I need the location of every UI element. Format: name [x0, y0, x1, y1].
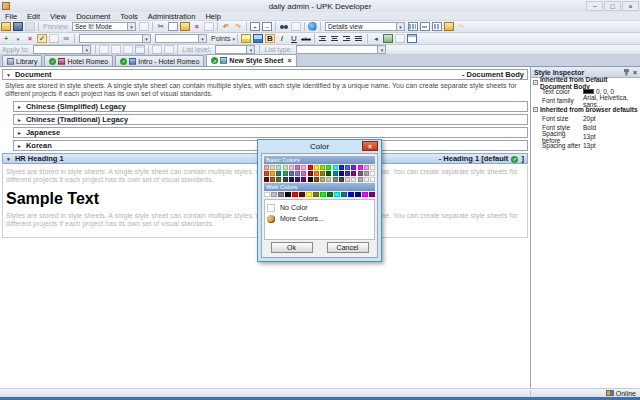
font-name-select[interactable]: ▾	[79, 34, 151, 43]
find-icon[interactable]	[279, 22, 289, 31]
table-icon[interactable]	[407, 34, 417, 43]
property-row-font-size[interactable]: Font size 20pt	[531, 114, 640, 123]
color-swatch[interactable]	[339, 171, 344, 176]
points-select[interactable]: Points	[211, 35, 230, 42]
strikethrough-button[interactable]: abc	[301, 34, 311, 43]
tab-close-icon[interactable]: ×	[287, 57, 291, 64]
paste-icon[interactable]	[180, 22, 190, 31]
color-swatch[interactable]	[320, 192, 326, 197]
color-swatch[interactable]	[314, 171, 319, 176]
color-swatch[interactable]	[301, 165, 306, 170]
menu-file[interactable]: File	[0, 12, 22, 21]
property-row-spacing-before[interactable]: Spacing before 13pt	[531, 132, 640, 141]
list-type-select[interactable]: ▾	[296, 45, 386, 54]
color-swatch[interactable]	[364, 165, 369, 170]
pin-icon[interactable]	[624, 69, 629, 76]
color-swatch[interactable]	[270, 171, 275, 176]
menu-document[interactable]: Document	[71, 12, 115, 21]
collapse-arrow-icon[interactable]: ▼	[6, 72, 11, 78]
menu-view[interactable]: View	[45, 12, 71, 21]
add-style-dropdown-icon[interactable]: ▾	[13, 34, 23, 43]
color-swatch[interactable]	[369, 192, 375, 197]
cancel-button[interactable]: Cancel	[327, 242, 369, 253]
color-swatch[interactable]	[358, 171, 363, 176]
color-swatch[interactable]	[278, 192, 284, 197]
menu-administration[interactable]: Administration	[143, 12, 201, 21]
help-icon[interactable]	[308, 22, 317, 31]
color-swatch[interactable]	[292, 192, 298, 197]
collapse-box-icon[interactable]: −	[533, 80, 538, 85]
redo-icon[interactable]: ↷	[233, 22, 243, 31]
color-swatch[interactable]	[370, 171, 375, 176]
color-swatch[interactable]	[301, 177, 306, 182]
color-swatch[interactable]	[326, 165, 331, 170]
color-swatch[interactable]	[320, 171, 325, 176]
inspector-group-2[interactable]: − Inherited from browser defaults	[531, 105, 640, 114]
text-color-icon[interactable]	[253, 34, 263, 43]
color-swatch[interactable]	[270, 165, 275, 170]
color-swatch[interactable]	[351, 171, 356, 176]
delete-icon[interactable]: ×	[192, 22, 202, 31]
apply-check-icon[interactable]: ✓	[37, 34, 47, 43]
inspector-group-1[interactable]: − Inherited from Default Document Body	[531, 78, 640, 87]
color-swatch[interactable]	[313, 192, 319, 197]
font-size-select[interactable]: ▾	[155, 34, 207, 43]
tab-hotel-romeo[interactable]: ✓ Hotel Romeo	[44, 55, 113, 66]
color-swatch[interactable]	[264, 177, 269, 182]
align-center-icon[interactable]	[330, 34, 340, 43]
menu-help[interactable]: Help	[200, 12, 225, 21]
color-swatch[interactable]	[276, 165, 281, 170]
italic-button[interactable]: I	[277, 34, 287, 43]
color-swatch[interactable]	[326, 171, 331, 176]
color-swatch[interactable]	[308, 171, 313, 176]
collapse-box-icon[interactable]: −	[533, 107, 538, 112]
list-level-select[interactable]: ▾	[215, 45, 255, 54]
expand-arrow-icon[interactable]: ►	[17, 130, 22, 136]
color-swatch[interactable]	[308, 165, 313, 170]
color-swatch[interactable]	[333, 177, 338, 182]
sound-icon[interactable]	[371, 34, 381, 43]
color-swatch[interactable]	[326, 177, 331, 182]
image-icon[interactable]	[383, 34, 393, 43]
color-swatch[interactable]	[327, 192, 333, 197]
inspector-close-icon[interactable]: ×	[633, 69, 637, 76]
color-swatch[interactable]	[295, 165, 300, 170]
color-swatch[interactable]	[345, 165, 350, 170]
color-swatch[interactable]	[351, 165, 356, 170]
apply-to-select[interactable]: ▾	[33, 45, 91, 54]
underline-button[interactable]: U	[289, 34, 299, 43]
color-swatch[interactable]	[308, 177, 313, 182]
color-swatch[interactable]	[306, 192, 312, 197]
section-japanese[interactable]: ► Japanese	[13, 127, 528, 138]
expand-arrow-icon[interactable]: ►	[17, 104, 22, 110]
cut-icon[interactable]	[156, 22, 166, 31]
color-swatch[interactable]	[264, 192, 270, 197]
property-row-spacing-after[interactable]: Spacing after 13pt	[531, 141, 640, 150]
color-swatch[interactable]	[345, 177, 350, 182]
tab-library[interactable]: Library	[2, 55, 42, 66]
color-swatch[interactable]	[355, 192, 361, 197]
tab-new-style-sheet[interactable]: ✓ New Style Sheet ×	[206, 54, 296, 66]
section-chinese-simplified[interactable]: ► Chinese (Simplified) Legacy	[13, 101, 528, 112]
dialog-close-button[interactable]: ×	[362, 141, 378, 151]
color-swatch[interactable]	[276, 177, 281, 182]
color-swatch[interactable]	[345, 171, 350, 176]
undo-icon[interactable]: ↶	[221, 22, 231, 31]
copy-icon[interactable]	[168, 22, 178, 31]
color-swatch[interactable]	[334, 192, 340, 197]
expand-all-icon[interactable]: +	[250, 22, 260, 31]
color-swatch[interactable]	[320, 165, 325, 170]
section-document-header[interactable]: ▼ Document - Document Body	[2, 69, 528, 80]
color-swatch[interactable]	[276, 171, 281, 176]
expand-arrow-icon[interactable]: ►	[17, 143, 22, 149]
color-swatch[interactable]	[299, 192, 305, 197]
new-window-icon[interactable]	[444, 22, 454, 31]
menu-tools[interactable]: Tools	[115, 12, 143, 21]
property-row-font-family[interactable]: Font family Arial, Helvetica, sans...	[531, 96, 640, 105]
justify-icon[interactable]	[354, 34, 364, 43]
section-chinese-traditional[interactable]: ► Chinese (Traditional) Legacy	[13, 114, 528, 125]
menu-edit[interactable]: Edit	[22, 12, 45, 21]
color-swatch[interactable]	[333, 165, 338, 170]
color-swatch[interactable]	[341, 192, 347, 197]
details-view-icon[interactable]	[408, 22, 418, 31]
